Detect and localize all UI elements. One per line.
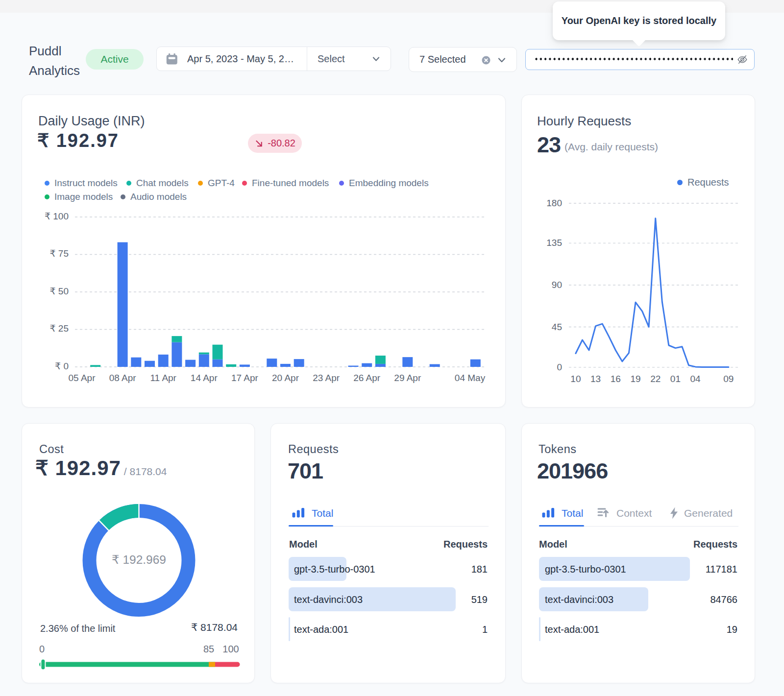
svg-text:01: 01: [670, 374, 681, 384]
svg-text:0: 0: [39, 644, 45, 654]
svg-text:₹ 0: ₹ 0: [55, 361, 69, 371]
svg-text:90: 90: [552, 280, 562, 290]
svg-text:13: 13: [590, 374, 601, 384]
svg-text:17 Apr: 17 Apr: [231, 373, 259, 383]
svg-text:09: 09: [723, 374, 734, 384]
svg-text:45: 45: [552, 322, 562, 332]
svg-text:11 Apr: 11 Apr: [150, 373, 176, 383]
svg-text:10: 10: [570, 374, 581, 384]
svg-text:05 Apr: 05 Apr: [69, 373, 96, 383]
svg-text:0: 0: [557, 362, 562, 372]
svg-text:₹ 100: ₹ 100: [45, 211, 69, 221]
svg-text:85: 85: [203, 644, 214, 654]
svg-text:08 Apr: 08 Apr: [109, 373, 137, 383]
svg-text:₹ 50: ₹ 50: [49, 286, 69, 296]
svg-text:20 Apr: 20 Apr: [272, 373, 299, 383]
svg-text:04 May: 04 May: [455, 373, 486, 383]
svg-text:19: 19: [630, 374, 640, 384]
svg-text:₹ 192.969: ₹ 192.969: [112, 553, 166, 566]
svg-text:180: 180: [546, 198, 562, 208]
svg-text:04: 04: [690, 374, 701, 384]
svg-text:29 Apr: 29 Apr: [394, 373, 421, 383]
svg-text:22: 22: [650, 374, 661, 384]
svg-text:₹ 25: ₹ 25: [49, 323, 69, 334]
svg-text:100: 100: [222, 644, 239, 654]
svg-text:23 Apr: 23 Apr: [313, 373, 340, 383]
svg-text:135: 135: [546, 238, 562, 248]
svg-text:16: 16: [611, 374, 621, 384]
svg-text:26 Apr: 26 Apr: [353, 373, 381, 383]
svg-text:₹ 75: ₹ 75: [49, 248, 69, 259]
svg-text:14 Apr: 14 Apr: [191, 373, 218, 383]
